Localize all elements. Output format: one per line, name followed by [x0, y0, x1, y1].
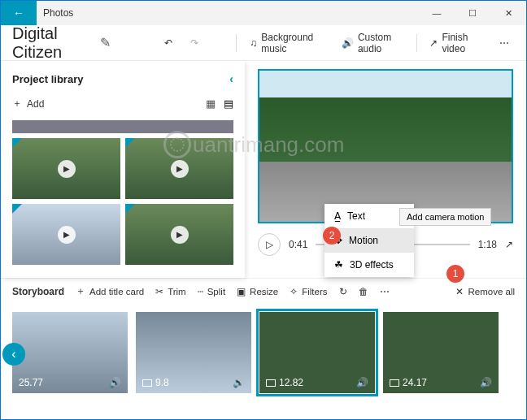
play-button[interactable]: ▷ — [258, 233, 281, 256]
library-thumb[interactable]: ▶ — [12, 138, 120, 199]
more-button[interactable]: ⋯ — [494, 34, 515, 52]
project-library-panel: Project library ‹ ＋Add ▦ ▤ ▶ ▶ ▶ ▶ — [1, 61, 245, 278]
storyboard-clip[interactable]: 24.17 🔊 — [383, 312, 499, 393]
delete-button[interactable]: 🗑 — [359, 287, 368, 297]
title-bar: ← Photos ― ☐ ✕ — [1, 1, 526, 25]
play-icon: ▶ — [58, 160, 76, 178]
storyboard-clip[interactable]: 9.8 🔊 — [136, 312, 251, 393]
background-music-button[interactable]: ♫Background music — [245, 28, 329, 58]
undo-button[interactable]: ↶ — [159, 34, 177, 52]
split-button[interactable]: ┄ Split — [198, 286, 225, 297]
cube-icon: ☘ — [334, 259, 343, 271]
library-thumb[interactable] — [12, 120, 233, 133]
trim-button[interactable]: ✂ Trim — [155, 286, 186, 297]
custom-audio-button[interactable]: 🔊Custom audio — [337, 28, 408, 58]
grid-small-icon[interactable]: ▦ — [206, 97, 216, 110]
storyboard-title: Storyboard — [12, 286, 64, 297]
volume-icon[interactable]: 🔊 — [233, 377, 245, 388]
toolbar: Digital Citizen ✎ ↶ ↷ ♫Background music … — [1, 25, 526, 61]
resize-button[interactable]: ▣ Resize — [237, 286, 278, 297]
volume-icon[interactable]: 🔊 — [109, 377, 121, 388]
grid-large-icon[interactable]: ▤ — [224, 97, 233, 110]
project-title: Digital Citizen — [12, 24, 92, 62]
storyboard: ‹ 25.77 🔊 9.8 🔊 12.82 🔊 24.17 🔊 — [1, 304, 526, 409]
library-thumb[interactable]: ▶ — [12, 204, 120, 265]
volume-icon[interactable]: 🔊 — [356, 377, 368, 388]
callout-badge-2: 2 — [323, 227, 341, 245]
maximize-button[interactable]: ☐ — [455, 1, 490, 25]
music-icon: ♫ — [250, 37, 257, 49]
storyboard-clip-selected[interactable]: 12.82 🔊 — [259, 312, 375, 393]
storyboard-clip[interactable]: 25.77 🔊 — [12, 312, 128, 393]
fullscreen-icon[interactable]: ↗ — [505, 239, 513, 250]
callout-badge-1: 1 — [446, 265, 464, 283]
redo-button[interactable]: ↷ — [185, 34, 203, 52]
volume-icon[interactable]: 🔊 — [480, 377, 492, 388]
menu-3d-effects[interactable]: ☘3D effects — [324, 253, 414, 277]
back-button[interactable]: ← — [1, 1, 37, 25]
close-button[interactable]: ✕ — [490, 1, 526, 25]
play-icon: ▶ — [58, 226, 76, 244]
finish-video-button[interactable]: ↗Finish video — [425, 28, 486, 58]
edit-title-icon[interactable]: ✎ — [100, 35, 111, 50]
library-title: Project library — [12, 73, 83, 85]
add-title-card-button[interactable]: ＋ Add title card — [76, 285, 144, 297]
storyboard-toolbar: Storyboard ＋ Add title card ✂ Trim ┄ Spl… — [1, 278, 526, 304]
time-current: 0:41 — [289, 239, 307, 250]
audio-icon: 🔊 — [342, 37, 354, 49]
time-total: 1:18 — [478, 239, 497, 250]
collapse-library-icon[interactable]: ‹ — [229, 72, 233, 85]
video-preview[interactable] — [258, 69, 513, 223]
add-media-button[interactable]: ＋Add — [12, 97, 44, 110]
plus-icon: ＋ — [12, 97, 22, 110]
minimize-button[interactable]: ― — [419, 1, 455, 25]
library-thumb[interactable]: ▶ — [125, 138, 233, 199]
tooltip: Add camera motion — [399, 208, 491, 226]
text-icon: A̲ — [334, 210, 341, 222]
library-thumb[interactable]: ▶ — [125, 204, 233, 265]
play-icon: ▶ — [171, 160, 189, 178]
more-storyboard-button[interactable]: ⋯ — [380, 286, 390, 297]
play-icon: ▶ — [171, 226, 189, 244]
remove-all-button[interactable]: ✕ Remove all — [455, 286, 515, 297]
rotate-button[interactable]: ↻ — [339, 286, 347, 297]
scroll-left-button[interactable]: ‹ — [2, 343, 25, 366]
filters-button[interactable]: ✧ Filters — [290, 286, 327, 297]
export-icon: ↗ — [429, 37, 438, 49]
app-title: Photos — [37, 7, 419, 19]
